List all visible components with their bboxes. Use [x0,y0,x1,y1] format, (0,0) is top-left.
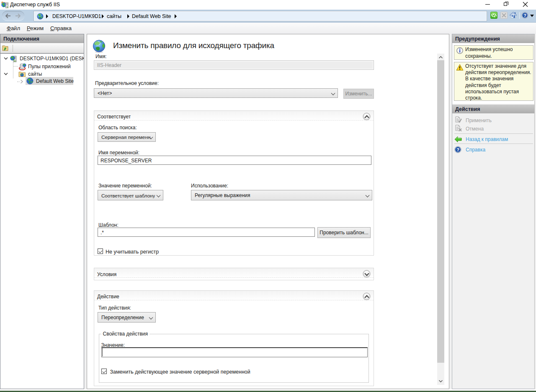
svg-text:?: ? [523,13,526,18]
svg-text:?: ? [456,147,459,152]
